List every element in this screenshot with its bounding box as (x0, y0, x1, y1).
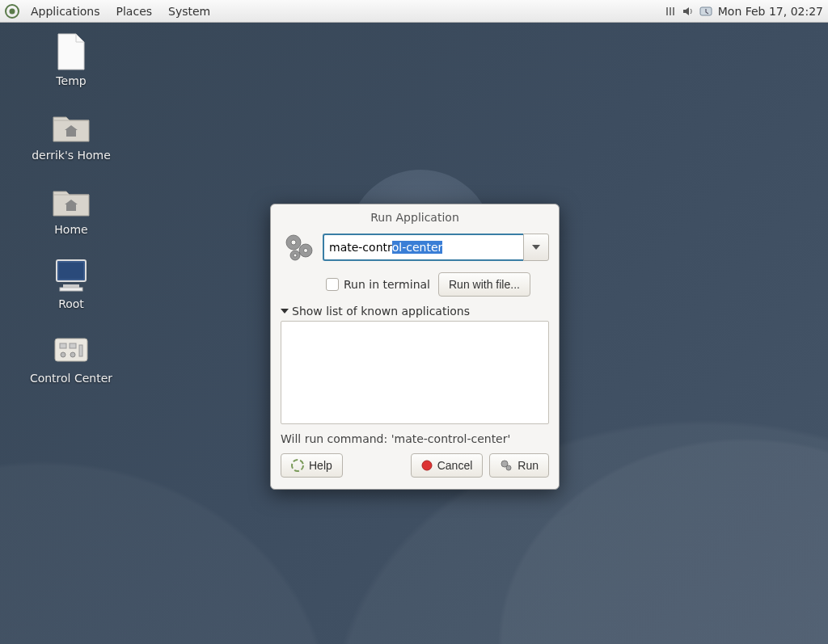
desktop-icon-label: Control Center (30, 372, 112, 385)
cancel-icon (421, 460, 433, 471)
clock[interactable]: Mon Feb 17, 02:27 (718, 5, 823, 18)
volume-icon[interactable] (681, 4, 695, 19)
help-icon (291, 459, 304, 472)
svg-point-20 (422, 461, 432, 470)
svg-rect-12 (79, 345, 82, 356)
checkbox-box (326, 278, 339, 291)
triangle-down-icon (281, 307, 289, 315)
network-icon[interactable] (663, 4, 678, 19)
command-selected-text: ol-center (392, 241, 443, 254)
desktop-icon-label: derrik's Home (32, 149, 111, 162)
run-button-label: Run (518, 459, 539, 472)
run-application-dialog: Run Application mate-control-center (270, 204, 560, 490)
svg-rect-8 (60, 343, 66, 348)
command-dropdown-button[interactable] (523, 234, 549, 261)
menu-places[interactable]: Places (108, 2, 161, 21)
file-icon (52, 32, 91, 71)
known-apps-list[interactable] (281, 321, 549, 424)
dialog-title: Run Application (271, 204, 559, 229)
expander-label: Show list of known applications (292, 305, 470, 318)
folder-home-icon (52, 107, 91, 145)
svg-point-14 (291, 240, 296, 245)
gears-icon (281, 229, 318, 266)
desktop-icon-home[interactable]: Home (23, 181, 120, 236)
command-typed-text: mate-contr (329, 241, 392, 254)
run-in-terminal-checkbox[interactable]: Run in terminal (326, 278, 430, 291)
menu-system[interactable]: System (160, 2, 218, 21)
svg-point-10 (61, 352, 65, 357)
run-gears-icon (500, 459, 513, 472)
desktop-icon-temp[interactable]: Temp (23, 32, 120, 87)
desktop-icons: Temp derrik's Home Home Root Control Cen… (23, 32, 120, 385)
run-button[interactable]: Run (489, 453, 549, 478)
svg-point-16 (304, 249, 308, 253)
updates-icon[interactable] (699, 4, 713, 19)
computer-icon (52, 255, 91, 294)
will-run-command-label: Will run command: 'mate-control-center' (281, 432, 549, 445)
desktop-icon-label: Home (54, 223, 87, 236)
svg-rect-6 (60, 288, 82, 291)
desktop-icon-root[interactable]: Root (23, 255, 120, 310)
chevron-down-icon (532, 245, 540, 250)
svg-rect-9 (70, 343, 76, 348)
desktop-icon-label: Temp (56, 74, 86, 87)
run-with-file-button[interactable]: Run with file... (438, 272, 530, 297)
mate-logo-icon[interactable] (5, 4, 19, 19)
desktop-icon-control-center[interactable]: Control Center (23, 330, 120, 385)
svg-rect-4 (59, 263, 83, 279)
svg-point-1 (10, 8, 15, 14)
control-center-icon (52, 330, 91, 368)
command-input[interactable]: mate-control-center (323, 234, 523, 261)
cancel-button[interactable]: Cancel (411, 453, 484, 478)
svg-point-22 (506, 465, 511, 470)
svg-rect-5 (63, 284, 79, 288)
desktop-icon-user-home[interactable]: derrik's Home (23, 107, 120, 162)
cancel-button-label: Cancel (437, 459, 473, 472)
known-apps-expander[interactable]: Show list of known applications (281, 305, 549, 318)
menu-applications[interactable]: Applications (23, 2, 108, 21)
desktop-icon-label: Root (58, 297, 84, 310)
help-button-label: Help (309, 459, 332, 472)
svg-point-18 (294, 254, 297, 257)
svg-point-19 (292, 460, 303, 471)
svg-point-11 (70, 352, 75, 357)
command-combo: mate-control-center (323, 234, 549, 261)
top-panel: Applications Places System Mon Feb 17, 0… (0, 0, 828, 23)
help-button[interactable]: Help (281, 453, 343, 478)
folder-home-icon (52, 181, 91, 220)
checkbox-label: Run in terminal (344, 278, 430, 291)
